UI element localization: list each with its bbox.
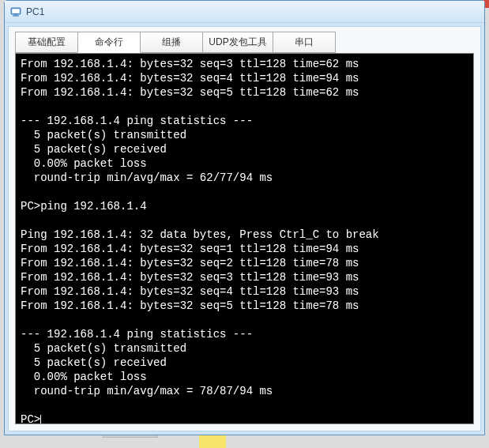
window-title: PC1 [26, 6, 44, 17]
svg-rect-2 [14, 14, 17, 16]
svg-rect-3 [13, 15, 19, 16]
terminal-cursor [40, 415, 41, 424]
titlebar[interactable]: PC1 [5, 1, 484, 23]
tab-label: 命令行 [95, 36, 123, 47]
tab-serial[interactable]: 串口 [273, 32, 336, 53]
terminal-container: From 192.168.1.4: bytes=32 seq=3 ttl=128… [9, 53, 480, 431]
tab-label: UDP发包工具 [209, 36, 266, 47]
pc-icon [9, 6, 22, 18]
terminal-output[interactable]: From 192.168.1.4: bytes=32 seq=3 ttl=128… [15, 53, 474, 424]
tab-label: 串口 [295, 36, 314, 47]
tab-bar: 基础配置 命令行 组播 UDP发包工具 串口 [9, 27, 480, 53]
tab-basic-config[interactable]: 基础配置 [15, 32, 78, 53]
tab-command-line[interactable]: 命令行 [77, 32, 141, 53]
tab-label: 基础配置 [28, 36, 66, 47]
tab-udp-tool[interactable]: UDP发包工具 [202, 32, 273, 53]
tab-label: 组播 [162, 36, 181, 47]
content-panel: 基础配置 命令行 组播 UDP发包工具 串口 From 192.168.1.4:… [8, 26, 481, 431]
pc1-window: PC1 基础配置 命令行 组播 UDP发包工具 串口 From 192.168.… [4, 0, 485, 435]
svg-rect-1 [12, 9, 20, 13]
tab-multicast[interactable]: 组播 [140, 32, 203, 53]
